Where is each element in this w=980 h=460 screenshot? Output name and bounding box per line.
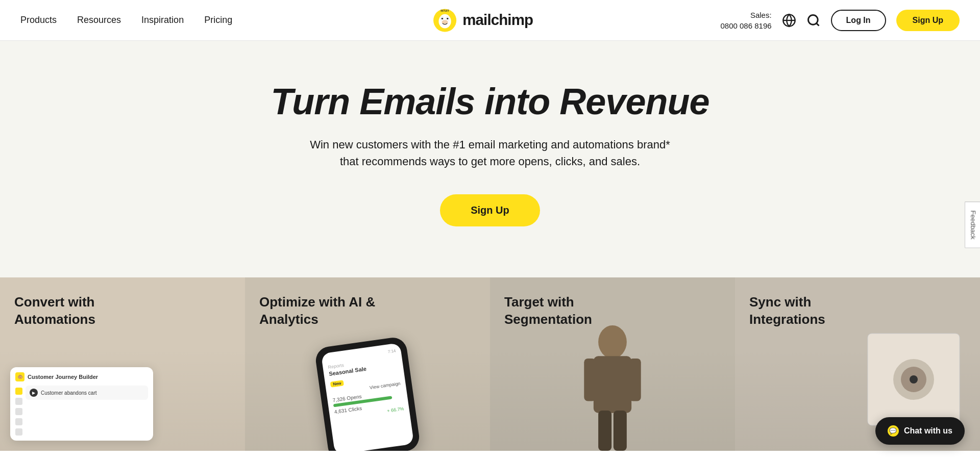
features-section: Convert with Automations 🐵 Customer Jour… xyxy=(0,277,980,451)
mailchimp-logo: INTUIT mailchimp xyxy=(432,7,547,34)
feature-title-automations: Convert with Automations xyxy=(14,294,137,328)
person-image xyxy=(567,318,658,451)
svg-point-13 xyxy=(598,325,627,359)
signup-hero-button[interactable]: Sign Up xyxy=(440,194,540,226)
hero-section: Turn Emails into Revenue Win new custome… xyxy=(0,41,980,277)
svg-rect-14 xyxy=(594,356,631,413)
hero-subtitle: Win new customers with the #1 email mark… xyxy=(301,136,679,170)
svg-point-4 xyxy=(442,17,443,19)
feature-card-automations[interactable]: Convert with Automations 🐵 Customer Jour… xyxy=(0,277,245,451)
feedback-tab[interactable]: Feedback xyxy=(965,201,980,248)
nav-resources[interactable]: Resources xyxy=(77,15,121,25)
app-mockup-journey: 🐵 Customer Journey Builder ▶ Cus xyxy=(10,367,153,441)
sales-phone: 0800 086 8196 xyxy=(720,21,771,30)
sales-label: Sales: xyxy=(750,11,772,19)
svg-rect-16 xyxy=(629,359,641,401)
nav-products[interactable]: Products xyxy=(20,15,57,25)
chat-label: Chat with us xyxy=(904,426,952,436)
svg-point-23 xyxy=(910,375,918,384)
svg-rect-17 xyxy=(598,411,611,451)
sales-info: Sales: 0800 086 8196 xyxy=(720,10,771,31)
nav-pricing[interactable]: Pricing xyxy=(204,15,232,25)
svg-point-5 xyxy=(447,17,448,19)
journey-label: Customer abandons cart xyxy=(41,390,97,396)
phone-badge: New xyxy=(330,380,345,388)
svg-rect-18 xyxy=(614,411,627,451)
phone-screen: 7:14 Reports Seasonal Sale New View camp… xyxy=(321,343,414,451)
nav-left: Products Resources Inspiration Pricing xyxy=(20,15,232,25)
svg-text:INTUIT: INTUIT xyxy=(440,9,450,12)
chat-bubble-icon: 💬 xyxy=(888,425,899,437)
nav-inspiration[interactable]: Inspiration xyxy=(141,15,184,25)
nav-right: Sales: 0800 086 8196 Log In Sign Up xyxy=(720,10,960,31)
feature-card-ai[interactable]: Optimize with AI & Analytics 7:14 Report… xyxy=(245,277,490,451)
phone-mockup: 7:14 Reports Seasonal Sale New View camp… xyxy=(314,336,421,451)
chat-button[interactable]: 💬 Chat with us xyxy=(875,417,965,445)
hero-title: Turn Emails into Revenue xyxy=(20,82,960,122)
svg-point-11 xyxy=(808,15,818,24)
play-icon: ▶ xyxy=(30,389,38,397)
login-button[interactable]: Log In xyxy=(831,10,886,31)
feature-title-ai: Optimize with AI & Analytics xyxy=(259,294,382,328)
svg-text:mailchimp: mailchimp xyxy=(462,11,533,28)
header: Products Resources Inspiration Pricing I… xyxy=(0,0,980,41)
signup-header-button[interactable]: Sign Up xyxy=(896,10,960,31)
svg-rect-15 xyxy=(584,359,596,401)
logo-container[interactable]: INTUIT mailchimp xyxy=(432,7,547,34)
search-icon[interactable] xyxy=(806,13,821,28)
app-mockup-title: Customer Journey Builder xyxy=(28,374,98,380)
svg-line-12 xyxy=(816,23,819,25)
feature-card-segmentation[interactable]: Target with Segmentation xyxy=(490,277,735,451)
journey-item: ▶ Customer abandons cart xyxy=(26,386,148,400)
globe-icon[interactable] xyxy=(782,13,796,28)
app-logo-icon: 🐵 xyxy=(15,372,24,381)
